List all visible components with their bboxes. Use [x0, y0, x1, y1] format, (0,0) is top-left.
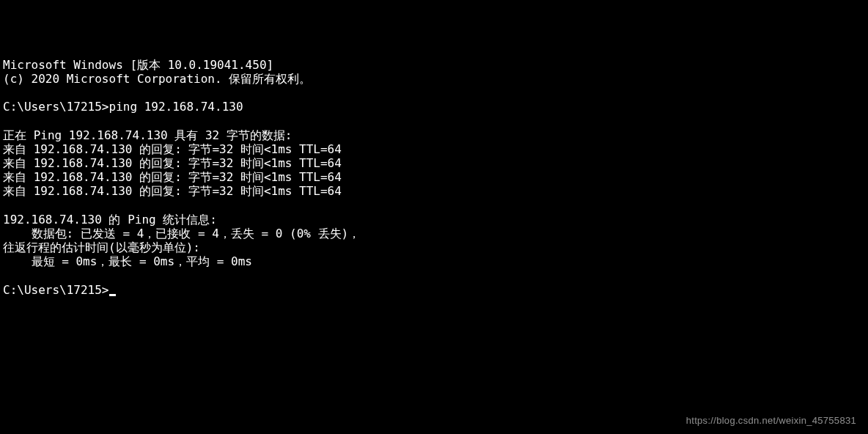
- copyright-line: (c) 2020 Microsoft Corporation. 保留所有权利。: [3, 72, 311, 86]
- ping-reply-4: 来自 192.168.74.130 的回复: 字节=32 时间<1ms TTL=…: [3, 184, 342, 198]
- ping-command: ping 192.168.74.130: [109, 100, 243, 114]
- ping-reply-3: 来自 192.168.74.130 的回复: 字节=32 时间<1ms TTL=…: [3, 170, 342, 184]
- command-prompt-2: C:\Users\17215>: [3, 283, 109, 297]
- stats-packets: 数据包: 已发送 = 4，已接收 = 4，丢失 = 0 (0% 丢失)，: [3, 227, 360, 240]
- stats-header: 192.168.74.130 的 Ping 统计信息:: [3, 213, 217, 227]
- cursor-block: [109, 294, 116, 296]
- stats-rtt-header: 往返行程的估计时间(以毫秒为单位):: [3, 240, 200, 254]
- ping-reply-1: 来自 192.168.74.130 的回复: 字节=32 时间<1ms TTL=…: [3, 142, 342, 156]
- command-prompt-1: C:\Users\17215>: [3, 100, 109, 114]
- ping-reply-2: 来自 192.168.74.130 的回复: 字节=32 时间<1ms TTL=…: [3, 156, 342, 170]
- watermark-text: https://blog.csdn.net/weixin_45755831: [686, 415, 856, 427]
- windows-version-line: Microsoft Windows [版本 10.0.19041.450]: [3, 58, 273, 72]
- stats-rtt-values: 最短 = 0ms，最长 = 0ms，平均 = 0ms: [3, 254, 252, 268]
- terminal-output[interactable]: Microsoft Windows [版本 10.0.19041.450] (c…: [3, 58, 865, 297]
- ping-start-line: 正在 Ping 192.168.74.130 具有 32 字节的数据:: [3, 128, 292, 142]
